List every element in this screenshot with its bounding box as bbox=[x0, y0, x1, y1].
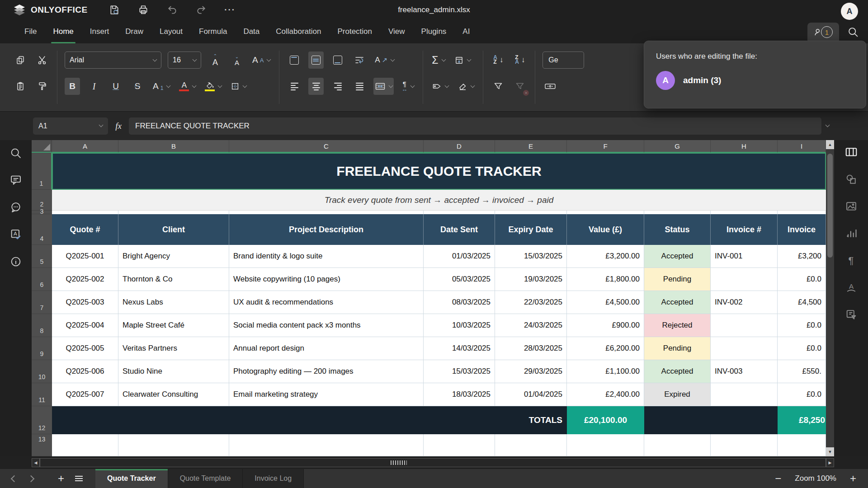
sort-ascending-button[interactable]: AZ↓ bbox=[491, 52, 506, 69]
cell[interactable] bbox=[711, 434, 778, 456]
cell[interactable]: £2,400.00 bbox=[567, 383, 644, 406]
paste-button[interactable] bbox=[13, 78, 28, 95]
vertical-scroll-thumb[interactable] bbox=[827, 154, 833, 258]
column-header-d[interactable]: D bbox=[424, 140, 495, 153]
cell[interactable] bbox=[644, 434, 711, 456]
cell[interactable]: £0.0 bbox=[778, 268, 826, 291]
select-all-corner[interactable] bbox=[32, 140, 52, 153]
cell[interactable]: 19/03/2025 bbox=[495, 268, 567, 291]
cell[interactable]: 01/04/2025 bbox=[495, 383, 567, 406]
menu-tab-collaboration[interactable]: Collaboration bbox=[269, 20, 327, 43]
autosum-button[interactable]: Σ bbox=[430, 52, 446, 69]
header-cell[interactable]: Value (£) bbox=[567, 214, 644, 245]
cell[interactable]: Q2025-004 bbox=[52, 314, 118, 337]
sheet-tab-quote-tracker[interactable]: Quote Tracker bbox=[95, 469, 168, 488]
header-cell[interactable]: Expiry Date bbox=[495, 214, 567, 245]
clear-button[interactable] bbox=[456, 78, 476, 95]
cell[interactable]: £1,800.00 bbox=[567, 268, 644, 291]
cell[interactable]: Clearwater Consulting bbox=[118, 383, 229, 406]
cell[interactable]: Thornton & Co bbox=[118, 268, 229, 291]
totals-spacer[interactable] bbox=[52, 406, 495, 434]
cell[interactable]: 01/03/2025 bbox=[424, 245, 495, 268]
menu-tab-ai[interactable]: AI bbox=[456, 20, 476, 43]
cell[interactable]: Studio Nine bbox=[118, 360, 229, 383]
header-cell[interactable]: Project Description bbox=[229, 214, 424, 245]
name-box[interactable]: A1 bbox=[33, 117, 108, 135]
cell[interactable] bbox=[52, 434, 118, 456]
change-case-button[interactable]: AA bbox=[251, 52, 272, 69]
row-header-1[interactable]: 1 bbox=[32, 153, 52, 190]
sheet-list-button[interactable] bbox=[75, 476, 83, 481]
column-header-i[interactable]: I bbox=[778, 140, 826, 153]
row-header-9[interactable]: 9 bbox=[32, 337, 52, 360]
search-icon[interactable] bbox=[846, 25, 860, 39]
cell[interactable]: £900.00 bbox=[567, 314, 644, 337]
header-cell[interactable]: Quote # bbox=[52, 214, 118, 245]
menu-tab-insert[interactable]: Insert bbox=[84, 20, 116, 43]
row-header-4[interactable]: 4 bbox=[32, 214, 52, 245]
row-header-7[interactable]: 7 bbox=[32, 291, 52, 314]
cell[interactable]: Email marketing strategy bbox=[229, 383, 424, 406]
image-settings-icon[interactable] bbox=[844, 200, 858, 213]
cell[interactable]: Nexus Labs bbox=[118, 291, 229, 314]
font-color-button[interactable]: A bbox=[178, 78, 197, 95]
chat-icon[interactable] bbox=[9, 201, 23, 214]
cell[interactable]: INV-003 bbox=[711, 360, 778, 383]
cell[interactable]: Q2025-002 bbox=[52, 268, 118, 291]
cell[interactable]: £0.0 bbox=[778, 383, 826, 406]
totals-label-cell[interactable]: TOTALS bbox=[495, 406, 567, 434]
column-header-c[interactable]: C bbox=[229, 140, 424, 153]
cell[interactable]: 05/03/2025 bbox=[424, 268, 495, 291]
cell[interactable]: Photography editing — 200 images bbox=[229, 360, 424, 383]
cell[interactable]: £4,500 bbox=[778, 291, 826, 314]
justify-button[interactable] bbox=[352, 78, 367, 95]
named-ranges-button[interactable] bbox=[430, 78, 450, 95]
account-avatar[interactable]: A bbox=[841, 3, 858, 20]
merge-center-button[interactable] bbox=[373, 78, 394, 95]
sort-descending-button[interactable]: ZA↓ bbox=[512, 52, 528, 69]
undo-button[interactable] bbox=[166, 4, 178, 16]
scroll-right-button[interactable]: ▶ bbox=[826, 458, 834, 467]
column-header-b[interactable]: B bbox=[118, 140, 229, 153]
zoom-in-button[interactable]: + bbox=[850, 473, 856, 484]
table-settings-icon[interactable] bbox=[844, 145, 858, 159]
cell[interactable]: INV-001 bbox=[711, 245, 778, 268]
row-header-6[interactable]: 6 bbox=[32, 268, 52, 291]
row-header-10[interactable]: 10 bbox=[32, 360, 52, 383]
format-painter-button[interactable] bbox=[34, 78, 50, 95]
cell[interactable] bbox=[495, 434, 567, 456]
cell[interactable]: 18/03/2025 bbox=[424, 383, 495, 406]
header-cell[interactable]: Invoice bbox=[778, 214, 826, 245]
add-sheet-button[interactable]: + bbox=[58, 473, 64, 484]
cell[interactable]: 15/03/2025 bbox=[424, 360, 495, 383]
decrease-font-button[interactable]: ⌄A bbox=[229, 52, 245, 69]
column-header-h[interactable]: H bbox=[711, 140, 778, 153]
header-cell[interactable]: Date Sent bbox=[424, 214, 495, 245]
spellcheck-icon[interactable]: A bbox=[9, 228, 23, 241]
vertical-scrollbar[interactable]: ▲ ▼ bbox=[826, 140, 834, 456]
cell[interactable]: 08/03/2025 bbox=[424, 291, 495, 314]
menu-tab-data[interactable]: Data bbox=[237, 20, 266, 43]
prev-sheet-button[interactable] bbox=[11, 475, 18, 482]
cell[interactable] bbox=[711, 314, 778, 337]
clear-filter-button[interactable]: ✕ bbox=[512, 78, 528, 95]
wrap-text-button[interactable] bbox=[352, 52, 367, 69]
copy-button[interactable] bbox=[13, 52, 28, 69]
column-header-a[interactable]: A bbox=[52, 140, 118, 153]
menu-tab-layout[interactable]: Layout bbox=[153, 20, 189, 43]
cell[interactable]: Pending bbox=[644, 337, 711, 360]
cell[interactable]: Q2025-006 bbox=[52, 360, 118, 383]
column-header-g[interactable]: G bbox=[644, 140, 711, 153]
cell[interactable]: £6,200.00 bbox=[567, 337, 644, 360]
column-header-f[interactable]: F bbox=[567, 140, 644, 153]
save-button[interactable] bbox=[108, 4, 120, 16]
font-size-select[interactable]: 16 bbox=[168, 52, 201, 69]
column-header-e[interactable]: E bbox=[495, 140, 567, 153]
cell[interactable] bbox=[778, 434, 826, 456]
text-orientation-button[interactable]: A↗ bbox=[373, 52, 396, 69]
sheet-tab-quote-template[interactable]: Quote Template bbox=[168, 469, 243, 488]
menu-tab-protection[interactable]: Protection bbox=[331, 20, 378, 43]
expand-formula-bar-chevron[interactable] bbox=[826, 123, 830, 127]
totals-invoiced-cell[interactable]: £8,250 bbox=[778, 406, 826, 434]
borders-button[interactable] bbox=[229, 78, 248, 95]
